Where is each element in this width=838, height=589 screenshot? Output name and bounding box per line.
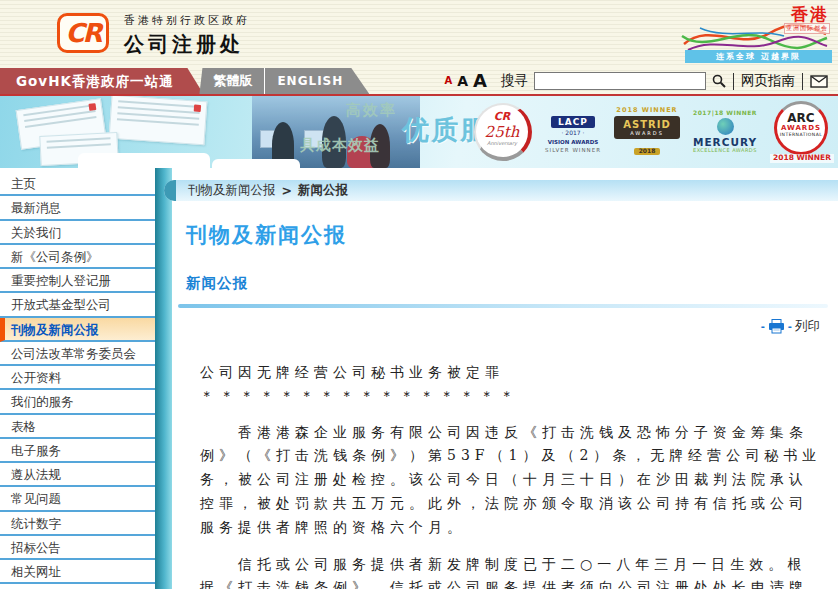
sidebar-item-whats-new[interactable]: 最新消息 <box>0 196 155 220</box>
sidebar-item-compliance[interactable]: 遵从法规 <box>0 463 155 487</box>
sidebar-item-standing-committee[interactable]: 公司法改革常务委员会 <box>0 342 155 366</box>
contact-mail-button[interactable] <box>810 75 828 88</box>
arc-award-badge: ARC AWARDS INTERNATIONAL 2018 WINNER <box>770 101 834 163</box>
sidebar-item-faq[interactable]: 常见问题 <box>0 487 155 511</box>
font-size-large-button[interactable]: A <box>473 72 487 90</box>
sidebar-item-significant-controllers-register[interactable]: 重要控制人登记册 <box>0 269 155 293</box>
page: CR 香港特别行政区政府 公司注册处 香港 亚洲国际都会 连系全球 迈越界限 G… <box>0 0 838 589</box>
banner: 高效率 具成本效益 优质服务 CR 25th Anniversary LACP … <box>0 96 838 168</box>
traditional-chinese-link[interactable]: 繁體版 <box>199 68 265 94</box>
govhk-link[interactable]: GovHK香港政府一站通 <box>0 68 203 94</box>
press-release: 公司因无牌经营公司秘书业务被定罪 ＊＊＊＊＊＊＊＊＊＊＊＊＊＊＊＊ 香港港森企业… <box>200 361 822 589</box>
nav-divider <box>733 73 734 90</box>
sitemap-link[interactable]: 网页指南 <box>741 72 795 90</box>
font-size-small-button[interactable]: A <box>444 76 452 86</box>
article-headline: 公司因无牌经营公司秘书业务被定罪 <box>200 361 822 385</box>
sidebar-item-related-links[interactable]: 相关网址 <box>0 560 155 584</box>
watermark-efficiency: 高效率 <box>346 101 397 120</box>
search-submit-button[interactable] <box>712 74 726 88</box>
section-title: 新闻公报 <box>186 274 838 293</box>
print-label: 列印 <box>795 318 820 335</box>
headline-asterisks: ＊＊＊＊＊＊＊＊＊＊＊＊＊＊＊＊ <box>200 385 822 409</box>
breadcrumb-separator: > <box>282 183 292 198</box>
certificate-graphic <box>109 96 208 145</box>
sidebar-item-e-services[interactable]: 电子服务 <box>0 439 155 463</box>
breadcrumb-section-link[interactable]: 刊物及新闻公报 <box>188 182 276 199</box>
banner-tab-shape <box>78 153 210 168</box>
sidebar-menu: 主页 最新消息 关於我们 新《公司条例》 重要控制人登记册 开放式基金型公司 刊… <box>0 168 155 589</box>
envelope-icon <box>810 75 828 88</box>
mercury-award-badge: 2017|18 WINNER MERCURY EXCELLENCE AWARDS <box>689 110 761 154</box>
brand-hk-subtitle: 亚洲国际都会 <box>784 23 830 34</box>
sidebar-item-tender-notices[interactable]: 招标公告 <box>0 536 155 560</box>
cr-logo[interactable]: CR <box>57 13 109 53</box>
sidebar-item-home[interactable]: 主页 <box>0 172 155 196</box>
printer-icon <box>768 319 785 334</box>
site-header: CR 香港特别行政区政府 公司注册处 香港 亚洲国际都会 连系全球 迈越界限 <box>0 0 838 68</box>
sidebar-item-statistics[interactable]: 统计数字 <box>0 512 155 536</box>
globe-icon <box>717 118 734 135</box>
sidebar-content-divider <box>155 168 172 589</box>
language-switch: 繁體版 ENGLISH <box>199 68 369 94</box>
breadcrumb-current: 新闻公报 <box>298 182 348 199</box>
english-link[interactable]: ENGLISH <box>265 68 369 94</box>
sidebar-item-bad-weather-arrangements[interactable]: 恶劣天气情况特别安排 <box>0 584 155 589</box>
banner-tab-shape <box>212 159 300 168</box>
agency-name: 公司注册处 <box>124 31 250 58</box>
astrid-award-badge: 2018 WINNER ASTRID AWARDS 2018 <box>614 107 680 157</box>
gov-region-title: 香港特别行政区政府 <box>124 13 250 28</box>
search-label: 搜寻 <box>501 72 528 90</box>
sidebar-item-our-services[interactable]: 我们的服务 <box>0 390 155 414</box>
nav-utilities: A A A 搜寻 网页指南 <box>444 68 838 94</box>
cr-25th-anniversary-badge: CR 25th Anniversary <box>474 103 532 161</box>
lacp-vision-award-badge: LACP · 2017 · VISION AWARDS SILVER WINNE… <box>541 111 605 154</box>
main-area: 主页 最新消息 关於我们 新《公司条例》 重要控制人登记册 开放式基金型公司 刊… <box>0 168 838 589</box>
section-divider <box>178 304 828 308</box>
content-area: 刊物及新闻公报 > 新闻公报 刊物及新闻公报 新闻公报 - - 列印 公司因无牌 <box>172 168 838 589</box>
sidebar-item-about-us[interactable]: 关於我们 <box>0 221 155 245</box>
nav-divider <box>802 73 803 90</box>
brand-hk-tagline: 连系全球 迈越界限 <box>685 50 832 63</box>
breadcrumb: 刊物及新闻公报 > 新闻公报 <box>164 180 838 201</box>
search-input[interactable] <box>534 72 706 90</box>
page-title: 刊物及新闻公报 <box>186 221 838 249</box>
brand-hk-logo: 香港 亚洲国际都会 连系全球 迈越界限 <box>680 2 835 66</box>
award-badges: CR 25th Anniversary LACP · 2017 · VISION… <box>474 99 834 165</box>
print-dash: - <box>761 321 765 332</box>
print-button[interactable]: - - 列印 <box>172 318 820 335</box>
article-paragraph: 信托或公司服务提供者新发牌制度已于二○一八年三月一日生效。根据《打击洗钱条例》，… <box>200 553 822 589</box>
sidebar-item-forms[interactable]: 表格 <box>0 415 155 439</box>
watermark-cost: 具成本效益 <box>300 136 380 155</box>
search-icon <box>712 74 726 88</box>
article-paragraph: 香港港森企业服务有限公司因违反《打击洗钱及恐怖分子资金筹集条例》（《打击洗钱条例… <box>200 421 822 540</box>
sidebar-item-new-companies-ordinance[interactable]: 新《公司条例》 <box>0 245 155 269</box>
sidebar-item-open-ended-fund-companies[interactable]: 开放式基金型公司 <box>0 293 155 317</box>
print-dash: - <box>788 321 792 332</box>
sidebar-item-publications-press[interactable]: 刊物及新闻公报 <box>0 318 155 342</box>
agency-title: 香港特别行政区政府 公司注册处 <box>124 13 250 58</box>
font-size-medium-button[interactable]: A <box>457 74 468 88</box>
sidebar-item-public-information[interactable]: 公开资料 <box>0 366 155 390</box>
top-navbar: GovHK香港政府一站通 繁體版 ENGLISH A A A 搜寻 网页指南 <box>0 68 838 94</box>
